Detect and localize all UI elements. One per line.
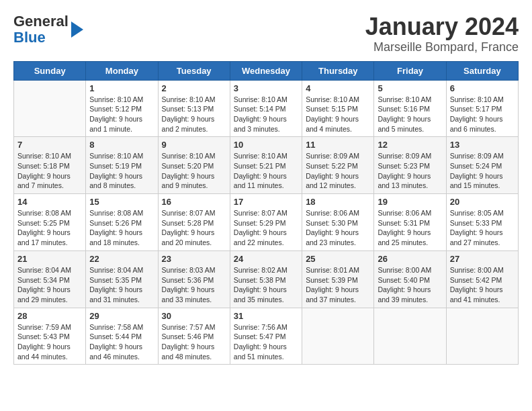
day-number: 19 [378, 197, 442, 207]
day-number: 16 [162, 197, 226, 207]
calendar-cell: 25Sunrise: 8:01 AM Sunset: 5:39 PM Dayli… [302, 250, 374, 308]
calendar-week-row: 14Sunrise: 8:08 AM Sunset: 5:25 PM Dayli… [14, 194, 519, 251]
day-number: 21 [17, 254, 82, 264]
calendar-title: January 2024 [365, 13, 519, 40]
calendar-cell: 29Sunrise: 7:58 AM Sunset: 5:44 PM Dayli… [86, 308, 158, 365]
calendar-cell: 16Sunrise: 8:07 AM Sunset: 5:28 PM Dayli… [158, 194, 230, 251]
calendar-cell [446, 308, 518, 365]
day-number: 1 [89, 83, 154, 93]
day-number: 27 [450, 254, 515, 264]
calendar-cell: 7Sunrise: 8:10 AM Sunset: 5:18 PM Daylig… [14, 137, 86, 194]
calendar-subtitle: Marseille Bompard, France [365, 40, 519, 54]
calendar-cell: 4Sunrise: 8:10 AM Sunset: 5:15 PM Daylig… [302, 80, 374, 137]
day-number: 11 [306, 140, 370, 150]
calendar-cell: 18Sunrise: 8:06 AM Sunset: 5:30 PM Dayli… [302, 194, 374, 251]
weekday-header: Saturday [446, 61, 518, 80]
day-number: 9 [162, 140, 226, 150]
logo: General Blue [13, 13, 83, 46]
day-info: Sunrise: 8:10 AM Sunset: 5:19 PM Dayligh… [89, 151, 154, 191]
calendar-cell: 1Sunrise: 8:10 AM Sunset: 5:12 PM Daylig… [86, 80, 158, 137]
calendar-cell: 30Sunrise: 7:57 AM Sunset: 5:46 PM Dayli… [158, 308, 230, 365]
weekday-header: Monday [86, 61, 158, 80]
day-info: Sunrise: 8:04 AM Sunset: 5:35 PM Dayligh… [89, 265, 154, 305]
calendar-cell: 31Sunrise: 7:56 AM Sunset: 5:47 PM Dayli… [230, 308, 302, 365]
calendar-cell: 17Sunrise: 8:07 AM Sunset: 5:29 PM Dayli… [230, 194, 302, 251]
day-info: Sunrise: 7:58 AM Sunset: 5:44 PM Dayligh… [89, 322, 154, 362]
day-info: Sunrise: 7:57 AM Sunset: 5:46 PM Dayligh… [162, 322, 226, 362]
day-info: Sunrise: 8:10 AM Sunset: 5:21 PM Dayligh… [234, 151, 298, 191]
day-number: 23 [162, 254, 226, 264]
calendar-cell: 8Sunrise: 8:10 AM Sunset: 5:19 PM Daylig… [86, 137, 158, 194]
day-info: Sunrise: 8:01 AM Sunset: 5:39 PM Dayligh… [306, 265, 370, 305]
day-number: 13 [450, 140, 515, 150]
calendar-cell: 13Sunrise: 8:09 AM Sunset: 5:24 PM Dayli… [446, 137, 518, 194]
day-info: Sunrise: 8:10 AM Sunset: 5:14 PM Dayligh… [234, 95, 298, 134]
day-number: 6 [450, 83, 515, 93]
day-number: 31 [234, 311, 298, 321]
calendar-cell: 27Sunrise: 8:00 AM Sunset: 5:42 PM Dayli… [446, 250, 518, 308]
calendar-week-row: 28Sunrise: 7:59 AM Sunset: 5:43 PM Dayli… [14, 308, 519, 365]
weekday-header: Thursday [302, 61, 374, 80]
day-info: Sunrise: 8:10 AM Sunset: 5:13 PM Dayligh… [162, 95, 226, 134]
day-number: 4 [306, 83, 370, 93]
calendar-cell: 5Sunrise: 8:10 AM Sunset: 5:16 PM Daylig… [374, 80, 446, 137]
day-number: 29 [89, 311, 154, 321]
calendar-cell: 9Sunrise: 8:10 AM Sunset: 5:20 PM Daylig… [158, 137, 230, 194]
calendar-cell [374, 308, 446, 365]
day-info: Sunrise: 8:00 AM Sunset: 5:40 PM Dayligh… [378, 265, 442, 305]
day-number: 5 [378, 83, 442, 93]
calendar-cell: 10Sunrise: 8:10 AM Sunset: 5:21 PM Dayli… [230, 137, 302, 194]
day-number: 15 [89, 197, 154, 207]
weekday-header: Friday [374, 61, 446, 80]
title-block: January 2024 Marseille Bompard, France [365, 13, 519, 54]
day-info: Sunrise: 8:07 AM Sunset: 5:29 PM Dayligh… [234, 208, 298, 248]
calendar-cell: 2Sunrise: 8:10 AM Sunset: 5:13 PM Daylig… [158, 80, 230, 137]
weekday-header: Sunday [14, 61, 86, 80]
day-info: Sunrise: 8:00 AM Sunset: 5:42 PM Dayligh… [450, 265, 515, 305]
day-number: 10 [234, 140, 298, 150]
calendar-week-row: 21Sunrise: 8:04 AM Sunset: 5:34 PM Dayli… [14, 250, 519, 308]
calendar-cell: 15Sunrise: 8:08 AM Sunset: 5:26 PM Dayli… [86, 194, 158, 251]
weekday-header: Tuesday [158, 61, 230, 80]
day-number: 30 [162, 311, 226, 321]
day-number: 18 [306, 197, 370, 207]
day-info: Sunrise: 8:09 AM Sunset: 5:22 PM Dayligh… [306, 151, 370, 191]
calendar-cell: 19Sunrise: 8:06 AM Sunset: 5:31 PM Dayli… [374, 194, 446, 251]
day-info: Sunrise: 8:04 AM Sunset: 5:34 PM Dayligh… [17, 265, 82, 305]
calendar-cell: 26Sunrise: 8:00 AM Sunset: 5:40 PM Dayli… [374, 250, 446, 308]
calendar-cell: 28Sunrise: 7:59 AM Sunset: 5:43 PM Dayli… [14, 308, 86, 365]
day-number: 7 [17, 140, 82, 150]
day-number: 28 [17, 311, 82, 321]
day-number: 25 [306, 254, 370, 264]
day-info: Sunrise: 8:06 AM Sunset: 5:30 PM Dayligh… [306, 208, 370, 248]
day-number: 20 [450, 197, 515, 207]
calendar-week-row: 7Sunrise: 8:10 AM Sunset: 5:18 PM Daylig… [14, 137, 519, 194]
weekday-header: Wednesday [230, 61, 302, 80]
logo-line1: General [13, 13, 69, 30]
calendar-cell: 6Sunrise: 8:10 AM Sunset: 5:17 PM Daylig… [446, 80, 518, 137]
day-info: Sunrise: 8:08 AM Sunset: 5:25 PM Dayligh… [17, 208, 82, 248]
day-number: 17 [234, 197, 298, 207]
calendar-cell: 11Sunrise: 8:09 AM Sunset: 5:22 PM Dayli… [302, 137, 374, 194]
day-info: Sunrise: 8:02 AM Sunset: 5:38 PM Dayligh… [234, 265, 298, 305]
calendar-cell: 14Sunrise: 8:08 AM Sunset: 5:25 PM Dayli… [14, 194, 86, 251]
day-info: Sunrise: 8:10 AM Sunset: 5:17 PM Dayligh… [450, 95, 515, 134]
day-info: Sunrise: 8:10 AM Sunset: 5:20 PM Dayligh… [162, 151, 226, 191]
calendar-week-row: 1Sunrise: 8:10 AM Sunset: 5:12 PM Daylig… [14, 80, 519, 137]
day-info: Sunrise: 7:59 AM Sunset: 5:43 PM Dayligh… [17, 322, 82, 362]
logo-line2: Blue [13, 29, 46, 46]
day-number: 22 [89, 254, 154, 264]
day-number: 24 [234, 254, 298, 264]
day-info: Sunrise: 8:09 AM Sunset: 5:24 PM Dayligh… [450, 151, 515, 191]
page-header: General Blue January 2024 Marseille Bomp… [13, 13, 519, 54]
day-info: Sunrise: 8:03 AM Sunset: 5:36 PM Dayligh… [162, 265, 226, 305]
day-number: 12 [378, 140, 442, 150]
day-info: Sunrise: 8:10 AM Sunset: 5:12 PM Dayligh… [89, 95, 154, 134]
day-info: Sunrise: 8:10 AM Sunset: 5:15 PM Dayligh… [306, 95, 370, 134]
calendar-cell: 24Sunrise: 8:02 AM Sunset: 5:38 PM Dayli… [230, 250, 302, 308]
day-info: Sunrise: 8:10 AM Sunset: 5:18 PM Dayligh… [17, 151, 82, 191]
day-info: Sunrise: 8:07 AM Sunset: 5:28 PM Dayligh… [162, 208, 226, 248]
day-number: 3 [234, 83, 298, 93]
day-info: Sunrise: 8:06 AM Sunset: 5:31 PM Dayligh… [378, 208, 442, 248]
calendar-cell: 22Sunrise: 8:04 AM Sunset: 5:35 PM Dayli… [86, 250, 158, 308]
